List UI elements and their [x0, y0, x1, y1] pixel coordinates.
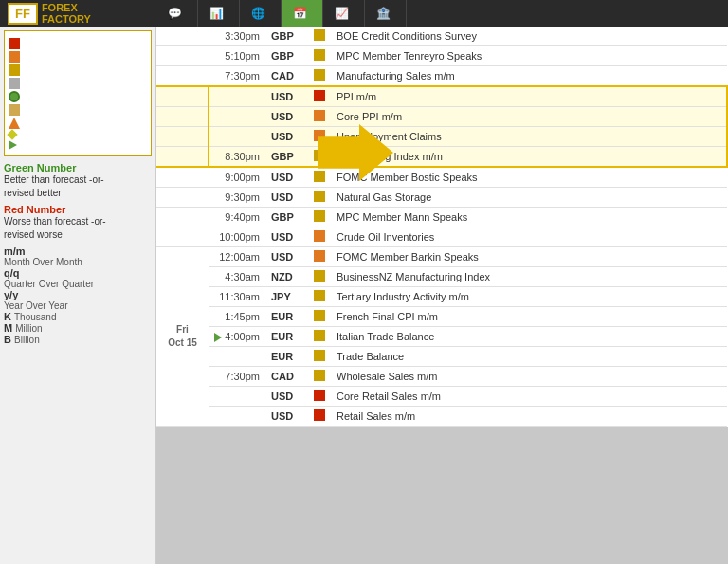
currency-cell: CAD — [265, 367, 308, 387]
table-row[interactable]: 5:10pm GBP MPC Member Tenreyro Speaks — [156, 46, 727, 66]
impact-indicator — [314, 270, 325, 282]
mm-abbr: m/m — [4, 246, 26, 257]
event-cell: Core Retail Sales m/m — [331, 387, 727, 407]
table-row[interactable]: 9:00pm USD FOMC Member Bostic Speaks — [156, 167, 727, 188]
header: FF FOREXFACTORY 💬 📊 🌐 📅 📈 🏦 — [0, 0, 728, 27]
currency-cell: USD — [265, 407, 308, 427]
table-row[interactable]: 3:30pm GBP BOE Credit Conditions Survey — [156, 27, 727, 46]
legend-up-next — [9, 140, 147, 150]
table-row[interactable]: EUR Trade Balance — [156, 347, 727, 367]
calendar-table-wrap[interactable]: 3:30pm GBP BOE Credit Conditions Survey … — [156, 27, 728, 564]
table-row[interactable]: USD PPI m/m — [156, 86, 727, 107]
table-row[interactable]: 4:30am NZD BusinessNZ Manufacturing Inde… — [156, 267, 727, 287]
impact-indicator — [314, 69, 325, 81]
ff-alert-icon — [9, 118, 20, 129]
legend-low-impact — [9, 64, 147, 76]
table-row[interactable]: 1:45pm EUR French Final CPI m/m — [156, 307, 727, 327]
table-row[interactable]: USD Core Retail Sales m/m — [156, 387, 727, 407]
impact-cell — [308, 27, 331, 46]
legend-actual-pending — [9, 91, 147, 102]
table-row[interactable]: 9:30pm USD Natural Gas Storage — [156, 188, 727, 208]
impact-cell — [308, 208, 331, 227]
nav-market[interactable]: 📈 — [323, 0, 365, 27]
low-impact-icon — [9, 64, 20, 76]
impact-indicator — [314, 370, 325, 381]
impact-indicator — [314, 49, 325, 61]
nav-forums[interactable]: 💬 — [156, 0, 198, 27]
impact-cell — [308, 188, 331, 208]
impact-indicator — [314, 310, 325, 321]
currency-cell: USD — [265, 127, 308, 147]
table-row[interactable]: USD Core PPI m/m — [156, 107, 727, 127]
qq-desc: Quarter Over Quarter — [4, 279, 152, 289]
related-stories-icon — [9, 104, 20, 116]
table-row[interactable]: 9:40pm GBP MPC Member Mann Speaks — [156, 208, 727, 227]
currency-cell: USD — [265, 227, 308, 247]
event-cell: FOMC Member Barkin Speaks — [331, 247, 727, 267]
date-cell — [156, 188, 209, 208]
currency-cell: CAD — [265, 66, 308, 87]
legend-box — [4, 30, 152, 156]
time-cell: 10:00pm — [209, 227, 265, 247]
impact-indicator — [314, 191, 325, 202]
logo[interactable]: FF FOREXFACTORY — [0, 0, 156, 27]
time-cell: 4:30am — [209, 267, 265, 287]
currency-cell: JPY — [265, 287, 308, 307]
green-number-desc: Better than forecast -or-revised better — [4, 173, 152, 200]
table-row[interactable]: 7:30pm CAD Wholesale Sales m/m — [156, 367, 727, 387]
date-cell — [156, 86, 209, 107]
table-row[interactable]: USD Unemployment Claims — [156, 127, 727, 147]
date-cell — [156, 46, 209, 66]
impact-indicator — [314, 29, 325, 41]
time-cell: 8:30pm — [209, 147, 265, 168]
nav-news[interactable]: 🌐 — [240, 0, 282, 27]
m-abbr: M — [4, 322, 12, 334]
table-row[interactable]: 4:00pm EUR Italian Trade Balance — [156, 327, 727, 347]
currency-cell: USD — [265, 107, 308, 127]
impact-indicator — [314, 409, 325, 421]
currency-cell: GBP — [265, 147, 308, 168]
legend-ff-alert — [9, 118, 147, 129]
impact-cell — [308, 247, 331, 267]
table-row[interactable]: USD Retail Sales m/m — [156, 407, 727, 427]
date-cell: FriOct 15 — [156, 247, 209, 427]
currency-cell: GBP — [265, 27, 308, 46]
table-row[interactable]: 7:30pm CAD Manufacturing Sales m/m — [156, 66, 727, 87]
table-row[interactable]: 8:30pm GBP CB Leading Index m/m — [156, 147, 727, 168]
content-area: 3:30pm GBP BOE Credit Conditions Survey … — [156, 27, 728, 564]
b-desc: Billion — [14, 335, 40, 345]
impact-cell — [308, 287, 331, 307]
nav-brokers[interactable]: 🏦 — [365, 0, 407, 27]
impact-indicator — [314, 250, 325, 262]
k-desc: Thousand — [14, 312, 56, 322]
impact-cell — [308, 307, 331, 327]
non-economic-icon — [9, 78, 20, 89]
time-cell: 9:30pm — [209, 188, 265, 208]
table-row[interactable]: 11:30am JPY Tertiary Industry Activity m… — [156, 287, 727, 307]
currency-cell: USD — [265, 247, 308, 267]
upnext-marker — [214, 333, 222, 342]
currency-cell: EUR — [265, 327, 308, 347]
b-abbr: B — [4, 334, 11, 345]
date-cell — [156, 167, 209, 188]
nav-trades[interactable]: 📊 — [198, 0, 240, 27]
date-cell — [156, 107, 209, 127]
event-cell: Retail Sales m/m — [331, 407, 727, 427]
event-cell: MPC Member Mann Speaks — [331, 208, 727, 227]
currency-cell: GBP — [265, 208, 308, 227]
nav-calendar[interactable]: 📅 — [282, 0, 323, 27]
m-desc: Million — [15, 323, 42, 334]
event-cell: French Final CPI m/m — [331, 307, 727, 327]
red-number-label: Red Number — [4, 204, 152, 215]
time-cell: 1:45pm — [209, 307, 265, 327]
event-cell: Tertiary Industry Activity m/m — [331, 287, 727, 307]
time-cell — [209, 107, 265, 127]
table-row[interactable]: 10:00pm USD Crude Oil Inventories — [156, 227, 727, 247]
date-cell — [156, 147, 209, 168]
table-row[interactable]: FriOct 15 12:00am USD FOMC Member Barkin… — [156, 247, 727, 267]
time-cell — [209, 86, 265, 107]
event-cell: Italian Trade Balance — [331, 327, 727, 347]
impact-cell — [308, 407, 331, 427]
legend-non-economic — [9, 78, 147, 89]
time-cell — [209, 387, 265, 407]
